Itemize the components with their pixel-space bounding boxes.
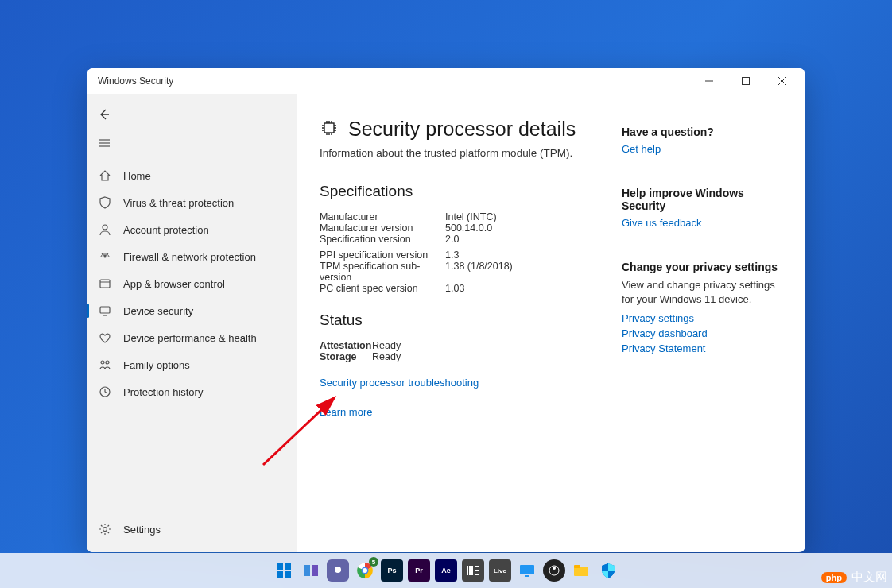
status-table: AttestationReady StorageReady — [320, 340, 590, 362]
titlebar: Windows Security — [87, 68, 805, 94]
nav-device-performance[interactable]: Device performance & health — [87, 324, 297, 351]
obs-button[interactable] — [543, 559, 565, 582]
chrome-button[interactable]: 5 — [354, 559, 376, 582]
svg-point-25 — [335, 567, 341, 573]
svg-rect-11 — [100, 307, 110, 313]
window-body: Home Virus & threat protection Account p… — [87, 94, 805, 552]
shield-icon — [98, 195, 112, 210]
aside-improve: Help improve Windows Security Give us fe… — [622, 187, 783, 229]
photoshop-button[interactable]: Ps — [381, 559, 403, 582]
nav-label: Device security — [123, 305, 193, 317]
svg-rect-20 — [285, 563, 291, 570]
maximize-button[interactable] — [727, 68, 764, 94]
watermark: php 中文网 — [821, 570, 887, 585]
spec-row: Specification version2.0 — [320, 234, 590, 245]
nav-family-options[interactable]: Family options — [87, 351, 297, 378]
nav-app-browser[interactable]: App & browser control — [87, 270, 297, 297]
svg-rect-37 — [525, 575, 529, 577]
history-icon — [98, 385, 112, 399]
windows-security-window: Windows Security Home — [87, 68, 805, 552]
taskbar: 5 Ps Pr Ae Live — [0, 553, 892, 588]
wifi-icon — [98, 250, 112, 264]
monitor-button[interactable] — [516, 559, 538, 582]
start-button[interactable] — [273, 559, 295, 582]
spec-row: Manufacturer version500.14.0.0 — [320, 222, 590, 234]
svg-rect-30 — [467, 566, 468, 575]
nav-protection-history[interactable]: Protection history — [87, 378, 297, 405]
svg-rect-41 — [574, 565, 580, 568]
watermark-pill: php — [821, 572, 847, 583]
family-icon — [98, 358, 112, 372]
feedback-link[interactable]: Give us feedback — [622, 217, 783, 229]
chat-button[interactable] — [327, 559, 349, 582]
hamburger-button[interactable] — [88, 129, 120, 157]
nav-account-protection[interactable]: Account protection — [87, 216, 297, 243]
specs-table: ManufacturerIntel (INTC) Manufacturer ve… — [320, 211, 590, 294]
status-heading: Status — [320, 311, 590, 329]
svg-point-29 — [363, 568, 367, 573]
aside-heading: Help improve Windows Security — [622, 187, 783, 212]
spec-row: PC client spec version1.03 — [320, 283, 590, 294]
aside-text: View and change privacy settings for you… — [622, 278, 783, 306]
aside-privacy: Change your privacy settings View and ch… — [622, 261, 783, 354]
sidebar: Home Virus & threat protection Account p… — [87, 94, 297, 552]
aftereffects-button[interactable]: Ae — [435, 559, 457, 582]
premiere-button[interactable]: Pr — [408, 559, 430, 582]
nav-label: App & browser control — [123, 278, 225, 290]
nav-label: Protection history — [123, 386, 203, 398]
svg-point-39 — [553, 567, 556, 570]
nav-virus-threat[interactable]: Virus & threat protection — [87, 189, 297, 216]
chip-icon — [320, 118, 339, 141]
nav-firewall[interactable]: Firewall & network protection — [87, 243, 297, 270]
status-row: AttestationReady — [320, 340, 590, 351]
svg-point-13 — [101, 361, 104, 364]
ableton-live-button[interactable]: Live — [489, 559, 511, 582]
svg-rect-9 — [100, 280, 110, 288]
privacy-dashboard-link[interactable]: Privacy dashboard — [622, 327, 783, 339]
svg-point-16 — [103, 528, 107, 532]
app-icon — [98, 277, 112, 291]
aside-question: Have a question? Get help — [622, 126, 783, 155]
privacy-settings-link[interactable]: Privacy settings — [622, 312, 783, 324]
specs-heading: Specifications — [320, 183, 590, 200]
get-help-link[interactable]: Get help — [622, 143, 783, 155]
svg-rect-17 — [324, 123, 334, 133]
main-column: Security processor details Information a… — [320, 118, 590, 536]
learn-more-link[interactable]: Learn more — [320, 406, 590, 418]
nav-device-security[interactable]: Device security — [87, 297, 297, 324]
nav-label: Firewall & network protection — [123, 251, 256, 263]
explorer-button[interactable] — [570, 559, 592, 582]
home-icon — [98, 168, 112, 183]
privacy-statement-link[interactable]: Privacy Statement — [622, 342, 783, 354]
spec-row: ManufacturerIntel (INTC) — [320, 211, 590, 222]
watermark-text: 中文网 — [851, 570, 887, 585]
page-title: Security processor details — [348, 118, 576, 141]
aside-heading: Have a question? — [622, 126, 783, 138]
nav: Home Virus & threat protection Account p… — [87, 162, 297, 516]
device-icon — [98, 304, 112, 318]
gear-icon — [98, 522, 112, 536]
svg-rect-34 — [475, 570, 479, 571]
svg-rect-21 — [277, 571, 283, 578]
close-button[interactable] — [764, 68, 801, 94]
minimize-button[interactable] — [691, 68, 727, 94]
windows-security-button[interactable] — [597, 559, 619, 582]
nav-settings[interactable]: Settings — [87, 516, 297, 543]
svg-rect-33 — [475, 566, 479, 567]
nav-home[interactable]: Home — [87, 162, 297, 189]
svg-rect-31 — [469, 566, 471, 575]
nav-label: Account protection — [123, 224, 209, 236]
svg-rect-35 — [475, 574, 479, 575]
window-title: Windows Security — [98, 75, 691, 87]
back-button[interactable] — [88, 100, 120, 129]
troubleshoot-link[interactable]: Security processor troubleshooting — [320, 377, 590, 389]
svg-rect-36 — [520, 565, 534, 574]
content-area: Security processor details Information a… — [297, 94, 805, 552]
svg-rect-24 — [312, 565, 318, 576]
svg-rect-32 — [471, 566, 473, 575]
spec-row: PPI specification version1.3 — [320, 250, 590, 261]
status-row: StorageReady — [320, 351, 590, 362]
ableton-button[interactable] — [462, 559, 484, 582]
task-view-button[interactable] — [300, 559, 322, 582]
svg-rect-1 — [743, 78, 750, 85]
